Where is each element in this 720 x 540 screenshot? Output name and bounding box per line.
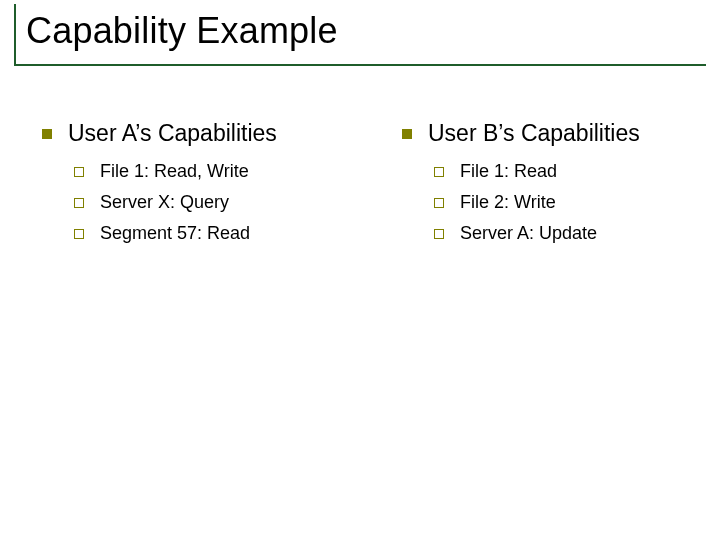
capability-item: Segment 57: Read bbox=[100, 223, 250, 244]
capability-item: Server X: Query bbox=[100, 192, 229, 213]
title-container: Capability Example bbox=[14, 4, 706, 66]
heading-left: User A’s Capabilities bbox=[68, 120, 277, 147]
list-item: File 1: Read bbox=[434, 161, 720, 182]
list-item: User B’s Capabilities bbox=[402, 120, 720, 147]
list-item: File 2: Write bbox=[434, 192, 720, 213]
list-item: File 1: Read, Write bbox=[74, 161, 360, 182]
left-column: User A’s Capabilities File 1: Read, Writ… bbox=[0, 120, 360, 254]
content-area: User A’s Capabilities File 1: Read, Writ… bbox=[0, 120, 720, 254]
capability-item: Server A: Update bbox=[460, 223, 597, 244]
capability-item: File 1: Read bbox=[460, 161, 557, 182]
hollow-square-bullet-icon bbox=[434, 167, 444, 177]
list-item: User A’s Capabilities bbox=[42, 120, 360, 147]
slide-title: Capability Example bbox=[26, 10, 706, 52]
list-item: Segment 57: Read bbox=[74, 223, 360, 244]
capability-item: File 2: Write bbox=[460, 192, 556, 213]
right-column: User B’s Capabilities File 1: Read File … bbox=[360, 120, 720, 254]
slide: Capability Example User A’s Capabilities… bbox=[0, 0, 720, 540]
square-bullet-icon bbox=[402, 129, 412, 139]
hollow-square-bullet-icon bbox=[74, 229, 84, 239]
heading-right: User B’s Capabilities bbox=[428, 120, 640, 147]
hollow-square-bullet-icon bbox=[74, 167, 84, 177]
hollow-square-bullet-icon bbox=[434, 229, 444, 239]
capability-item: File 1: Read, Write bbox=[100, 161, 249, 182]
square-bullet-icon bbox=[42, 129, 52, 139]
list-item: Server A: Update bbox=[434, 223, 720, 244]
hollow-square-bullet-icon bbox=[434, 198, 444, 208]
hollow-square-bullet-icon bbox=[74, 198, 84, 208]
list-item: Server X: Query bbox=[74, 192, 360, 213]
